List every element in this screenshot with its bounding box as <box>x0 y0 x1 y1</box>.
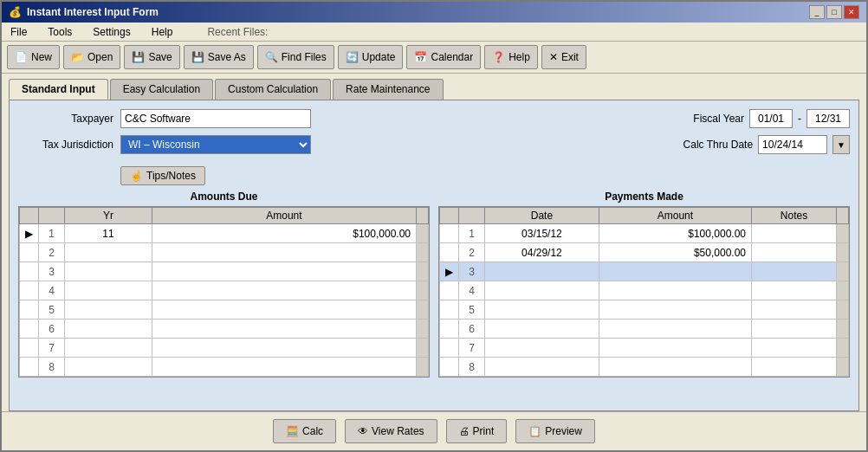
save-as-button[interactable]: 💾 Save As <box>184 45 254 69</box>
amount-cell[interactable] <box>152 243 416 262</box>
amount-cell[interactable] <box>599 300 751 320</box>
row-arrow-cell <box>20 320 39 339</box>
taxpayer-row: Taxpayer <box>18 109 311 128</box>
notes-cell[interactable] <box>752 339 837 358</box>
yr-cell[interactable] <box>65 320 152 339</box>
calc-button[interactable]: 🧮 Calc <box>273 419 336 443</box>
amount-cell[interactable] <box>152 339 416 358</box>
date-cell[interactable]: 03/15/12 <box>485 224 599 243</box>
table-row[interactable]: 5 <box>20 300 429 320</box>
amount-cell[interactable] <box>599 281 751 300</box>
update-button[interactable]: 🔄 Update <box>338 45 404 69</box>
menu-file[interactable]: File <box>7 25 30 39</box>
tab-easy-calculation[interactable]: Easy Calculation <box>110 79 213 100</box>
table-row[interactable]: 8 <box>20 358 429 377</box>
calendar-button[interactable]: 📅 Calendar <box>406 45 481 69</box>
menu-settings[interactable]: Settings <box>89 25 133 39</box>
fiscal-year-start-input[interactable] <box>749 109 793 128</box>
table-row[interactable]: ▶ 1 11 $100,000.00 <box>20 224 429 243</box>
amount-cell[interactable] <box>152 358 416 377</box>
yr-cell[interactable]: 11 <box>65 224 152 243</box>
tips-notes-button[interactable]: ☝ Tips/Notes <box>120 166 205 185</box>
table-row[interactable]: 5 <box>440 300 849 320</box>
notes-cell[interactable] <box>752 224 837 243</box>
table-row[interactable]: 3 <box>20 262 429 281</box>
amount-cell[interactable] <box>152 300 416 320</box>
yr-cell[interactable] <box>65 281 152 300</box>
table-row[interactable]: 7 <box>440 339 849 358</box>
amount-cell[interactable]: $100,000.00 <box>152 224 416 243</box>
scroll-cell <box>837 224 849 243</box>
find-files-button[interactable]: 🔍 Find Files <box>257 45 334 69</box>
jurisdiction-label: Tax Jurisdiction <box>18 139 113 151</box>
yr-cell[interactable] <box>65 300 152 320</box>
amount-cell[interactable] <box>152 281 416 300</box>
yr-cell[interactable] <box>65 339 152 358</box>
amount-cell[interactable] <box>599 358 751 377</box>
date-cell[interactable] <box>485 339 599 358</box>
row-arrow-cell <box>440 339 459 358</box>
notes-cell[interactable] <box>752 320 837 339</box>
notes-cell[interactable] <box>752 243 837 262</box>
save-button[interactable]: 💾 Save <box>124 45 179 69</box>
calc-thru-label: Calc Thru Date <box>683 139 753 151</box>
table-row[interactable]: 1 03/15/12 $100,000.00 <box>440 224 849 243</box>
tab-custom-calculation[interactable]: Custom Calculation <box>215 79 331 100</box>
yr-cell[interactable] <box>65 243 152 262</box>
calc-thru-input[interactable] <box>758 135 827 154</box>
amount-cell[interactable] <box>599 339 751 358</box>
close-button[interactable]: ✕ <box>844 5 859 19</box>
table-row[interactable]: 2 04/29/12 $50,000.00 <box>440 243 849 262</box>
notes-cell[interactable] <box>752 262 837 281</box>
tab-rate-maintenance[interactable]: Rate Maintenance <box>333 79 443 100</box>
row-arrow-cell: ▶ <box>440 262 459 281</box>
menu-tools[interactable]: Tools <box>44 25 75 39</box>
table-row[interactable]: 2 <box>20 243 429 262</box>
row-arrow-cell <box>440 300 459 320</box>
table-row[interactable]: 4 <box>440 281 849 300</box>
tips-notes-icon: ☝ <box>130 170 143 182</box>
yr-cell[interactable] <box>65 262 152 281</box>
date-cell[interactable]: 04/29/12 <box>485 243 599 262</box>
date-cell[interactable] <box>485 281 599 300</box>
print-button[interactable]: 🖨 Print <box>446 419 508 443</box>
amount-cell[interactable] <box>599 262 751 281</box>
view-rates-button[interactable]: 👁 View Rates <box>345 419 437 443</box>
exit-button[interactable]: ✕ Exit <box>541 45 586 69</box>
table-row[interactable]: 7 <box>20 339 429 358</box>
calc-thru-row: Calc Thru Date ▼ <box>683 135 850 154</box>
new-button[interactable]: 📄 New <box>7 45 60 69</box>
help-button[interactable]: ❓ Help <box>484 45 538 69</box>
row-arrow-cell <box>440 358 459 377</box>
amount-cell[interactable]: $100,000.00 <box>599 224 751 243</box>
date-cell[interactable] <box>485 262 599 281</box>
payments-made-title: Payments Made <box>438 190 850 203</box>
table-row[interactable]: 4 <box>20 281 429 300</box>
minimize-button[interactable]: _ <box>809 5 825 19</box>
amount-cell[interactable] <box>152 320 416 339</box>
open-button[interactable]: 📂 Open <box>63 45 120 69</box>
menu-help[interactable]: Help <box>148 25 177 39</box>
jurisdiction-select[interactable]: WI – Wisconsin <box>120 135 311 154</box>
date-cell[interactable] <box>485 320 599 339</box>
maximize-button[interactable]: □ <box>826 5 842 19</box>
table-row[interactable]: 6 <box>20 320 429 339</box>
date-cell[interactable] <box>485 358 599 377</box>
notes-cell[interactable] <box>752 300 837 320</box>
fiscal-year-end-input[interactable] <box>806 109 850 128</box>
tab-standard-input[interactable]: Standard Input <box>9 79 108 100</box>
preview-button[interactable]: 📋 Preview <box>515 419 595 443</box>
tips-notes-row: ☝ Tips/Notes <box>120 166 850 185</box>
amount-cell[interactable] <box>599 320 751 339</box>
amount-cell[interactable] <box>152 262 416 281</box>
date-cell[interactable] <box>485 300 599 320</box>
amount-cell[interactable]: $50,000.00 <box>599 243 751 262</box>
table-row[interactable]: 8 <box>440 358 849 377</box>
notes-cell[interactable] <box>752 358 837 377</box>
calc-thru-calendar-button[interactable]: ▼ <box>832 135 850 154</box>
table-row[interactable]: ▶ 3 <box>440 262 849 281</box>
table-row[interactable]: 6 <box>440 320 849 339</box>
yr-cell[interactable] <box>65 358 152 377</box>
taxpayer-input[interactable] <box>120 109 311 128</box>
notes-cell[interactable] <box>752 281 837 300</box>
